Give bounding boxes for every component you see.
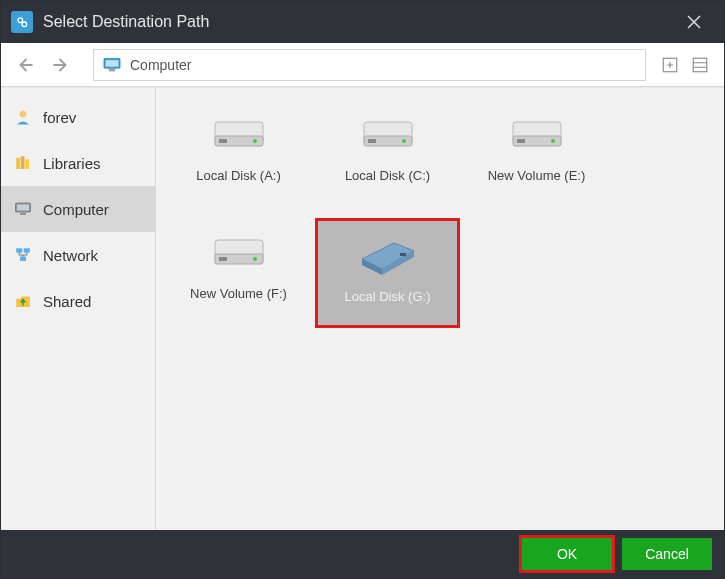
path-text: Computer <box>130 57 191 73</box>
drive-item[interactable]: New Volume (E:) <box>464 100 609 210</box>
path-bar[interactable]: Computer <box>93 49 646 81</box>
svg-rect-23 <box>368 139 376 143</box>
drive-label: Local Disk (G:) <box>345 289 431 304</box>
svg-rect-9 <box>21 156 25 169</box>
svg-rect-12 <box>17 205 29 211</box>
drive-label: New Volume (F:) <box>190 286 287 301</box>
forward-button[interactable] <box>47 51 75 79</box>
view-list-button[interactable] <box>686 51 714 79</box>
svg-rect-19 <box>219 139 227 143</box>
sidebar-item-libraries[interactable]: Libraries <box>1 140 155 186</box>
svg-point-24 <box>402 139 406 143</box>
svg-rect-15 <box>24 248 30 253</box>
drive-item[interactable]: New Volume (F:) <box>166 218 311 328</box>
drive-icon <box>356 229 420 277</box>
drive-icon <box>207 108 271 156</box>
sidebar-item-label: Shared <box>43 293 91 310</box>
svg-rect-14 <box>16 248 22 253</box>
ok-button[interactable]: OK <box>522 538 612 570</box>
body: forev Libraries Computer Network <box>1 87 724 530</box>
sidebar-item-computer[interactable]: Computer <box>1 186 155 232</box>
sidebar-item-network[interactable]: Network <box>1 232 155 278</box>
title-bar: Select Destination Path <box>1 1 724 43</box>
svg-rect-3 <box>106 60 119 66</box>
svg-rect-31 <box>219 257 227 261</box>
sidebar-item-forev[interactable]: forev <box>1 94 155 140</box>
sidebar-item-label: Computer <box>43 201 109 218</box>
svg-rect-36 <box>400 253 406 256</box>
drive-label: New Volume (E:) <box>488 168 586 183</box>
toolbar-actions <box>656 51 714 79</box>
window-title: Select Destination Path <box>43 13 674 31</box>
svg-rect-16 <box>20 257 26 262</box>
svg-rect-4 <box>109 69 115 71</box>
new-folder-button[interactable] <box>656 51 684 79</box>
drive-item[interactable]: Local Disk (C:) <box>315 100 460 210</box>
sidebar-item-shared[interactable]: Shared <box>1 278 155 324</box>
libraries-icon <box>13 153 33 173</box>
computer-icon <box>102 57 122 73</box>
user-icon <box>13 107 33 127</box>
svg-rect-6 <box>693 58 707 72</box>
svg-point-32 <box>253 257 257 261</box>
nav-arrows <box>11 51 75 79</box>
sidebar-item-label: Libraries <box>43 155 101 172</box>
dialog-window: Select Destination Path Computer <box>0 0 725 579</box>
shared-icon <box>13 291 33 311</box>
svg-rect-13 <box>20 213 26 215</box>
sidebar-item-label: Network <box>43 247 98 264</box>
svg-point-7 <box>20 111 27 118</box>
svg-rect-10 <box>25 159 29 169</box>
svg-rect-8 <box>16 158 20 169</box>
sidebar: forev Libraries Computer Network <box>1 88 156 530</box>
drive-icon <box>505 108 569 156</box>
sidebar-item-label: forev <box>43 109 76 126</box>
computer-icon <box>13 199 33 219</box>
app-icon <box>11 11 33 33</box>
svg-point-20 <box>253 139 257 143</box>
drive-icon <box>207 226 271 274</box>
drive-icon <box>356 108 420 156</box>
drive-label: Local Disk (C:) <box>345 168 430 183</box>
svg-rect-27 <box>517 139 525 143</box>
toolbar: Computer <box>1 43 724 87</box>
close-button[interactable] <box>674 1 714 43</box>
drive-item[interactable]: Local Disk (G:) <box>315 218 460 328</box>
svg-point-0 <box>18 18 23 23</box>
file-grid[interactable]: Local Disk (A:) Local Disk (C:) New Volu… <box>156 88 724 530</box>
cancel-button[interactable]: Cancel <box>622 538 712 570</box>
drive-label: Local Disk (A:) <box>196 168 281 183</box>
drive-item[interactable]: Local Disk (A:) <box>166 100 311 210</box>
footer: OK Cancel <box>1 530 724 578</box>
svg-point-28 <box>551 139 555 143</box>
network-icon <box>13 245 33 265</box>
back-button[interactable] <box>11 51 39 79</box>
